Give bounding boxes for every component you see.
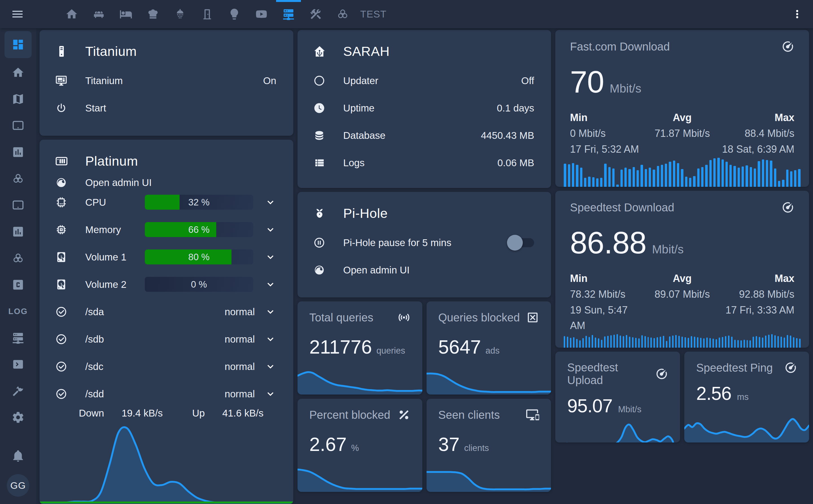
card-speedtest-upload: Speedtest Upload 95.07 Mbit/s <box>555 352 680 442</box>
avatar[interactable]: GG <box>7 474 29 497</box>
tab-media[interactable] <box>248 0 275 28</box>
sidebar-item-c-module[interactable] <box>5 271 32 298</box>
min-value: 78.32 Mbit/s <box>570 286 645 302</box>
max-value: 92.88 Mbit/s <box>720 286 794 302</box>
disk-row-sdd: /sddnormal <box>40 380 293 407</box>
topbar: TEST <box>0 0 813 28</box>
tab-kitchen[interactable] <box>139 0 166 28</box>
avg-label: Avg <box>645 110 720 126</box>
speed-title: Fast.com Download <box>570 40 670 53</box>
chevron-down-icon[interactable] <box>264 361 276 372</box>
gauge-icon <box>781 40 794 53</box>
cpu-icon <box>55 196 68 208</box>
max-label: Max <box>720 271 794 286</box>
min-date: 17 Fri, 5:32 AM <box>570 141 645 157</box>
chevron-down-icon[interactable] <box>264 196 276 208</box>
chevron-down-icon[interactable] <box>264 279 276 290</box>
chevron-down-icon[interactable] <box>264 306 276 318</box>
entity-row-titanium[interactable]: TitaniumOn <box>40 67 293 94</box>
card-titanium: Titanium TitaniumOnStart <box>40 30 293 136</box>
card-seen-clients: Seen clients 37 clients <box>427 399 551 492</box>
card-speedtest-download: Speedtest Download 86.88 Mbit/s Min 78.3… <box>555 191 809 348</box>
pihole-open-admin-ui[interactable]: Open admin UI <box>297 256 551 284</box>
min-avg-max: Min 0 Mbit/s 17 Fri, 5:32 AM Avg 71.87 M… <box>570 110 794 157</box>
up-value: 41.6 kB/s <box>222 407 264 419</box>
sidebar-item-tools[interactable] <box>5 378 32 404</box>
check-circle-icon <box>55 361 68 372</box>
memory-icon <box>55 224 68 236</box>
view-list-icon <box>313 157 326 169</box>
firefox-icon <box>313 264 326 276</box>
pihole-pause-toggle[interactable] <box>509 238 534 247</box>
sidebar-item-stats-1[interactable] <box>5 139 32 165</box>
card-title-titanium: Titanium <box>85 43 137 59</box>
chevron-down-icon[interactable] <box>264 333 276 345</box>
database-icon <box>313 130 326 141</box>
speed-unit: Mbit/s <box>610 82 641 95</box>
card-queries-blocked: Queries blocked 5647 ads <box>427 301 551 395</box>
percent-icon <box>397 408 411 421</box>
stat-title: Seen clients <box>439 409 500 421</box>
tab-hallway[interactable] <box>194 0 221 28</box>
tab-bedroom[interactable] <box>112 0 139 28</box>
tab-home[interactable] <box>58 0 85 28</box>
sidebar-item-settings[interactable] <box>5 404 32 431</box>
entity-row-start[interactable]: Start <box>40 94 293 122</box>
tab-living-room[interactable] <box>85 0 112 28</box>
card-title-pihole: Pi-Hole <box>343 205 388 221</box>
notifications-bell-icon[interactable] <box>5 442 32 469</box>
tab-tools[interactable] <box>302 0 329 28</box>
stat-value: 37 <box>439 433 460 455</box>
sidebar-item-dashboard[interactable] <box>5 31 32 58</box>
speed-unit: ms <box>737 392 749 402</box>
min-date: 19 Sun, 5:47 AM <box>570 302 645 334</box>
gauge-row-cpu: CPU32 % <box>40 189 293 216</box>
sidebar-item-stats-2[interactable] <box>5 218 32 245</box>
home-assistant-icon <box>313 45 326 58</box>
pause-circle-icon <box>313 237 326 249</box>
min-value: 0 Mbit/s <box>570 126 645 141</box>
close-box-icon <box>526 311 539 324</box>
platinum-open-admin-ui[interactable]: Open admin UI <box>40 177 293 189</box>
sidebar-item-map[interactable] <box>5 86 32 112</box>
sidebar-item-network[interactable] <box>5 325 32 351</box>
card-pihole-header: Pi-Hole <box>297 203 551 229</box>
column-middle: SARAH UpdaterOffUptime0.1 daysDatabase44… <box>297 30 551 504</box>
sidebar-item-tablet-1[interactable] <box>5 112 32 139</box>
tab-quarantine[interactable] <box>329 0 356 28</box>
platinum-network-row: Down 19.4 kB/s Up 41.6 kB/s <box>40 407 293 419</box>
entity-row-updater[interactable]: UpdaterOff <box>297 67 551 94</box>
entity-row-database[interactable]: Database4450.43 MB <box>297 122 551 149</box>
tab-test[interactable]: TEST <box>356 0 390 28</box>
tab-lights[interactable] <box>221 0 248 28</box>
chevron-down-icon[interactable] <box>264 251 276 263</box>
sidebar-item-quarantine-1[interactable] <box>5 165 32 192</box>
menu-icon[interactable] <box>11 7 24 21</box>
sidebar-item-log[interactable]: LOG <box>5 298 32 325</box>
entity-row-uptime[interactable]: Uptime0.1 days <box>297 94 551 122</box>
server-tower-icon <box>55 45 68 58</box>
stat-unit: % <box>351 443 359 453</box>
stat-value: 5647 <box>439 336 481 358</box>
avg-label: Avg <box>645 271 720 286</box>
open-admin-ui-label: Open admin UI <box>85 177 152 188</box>
entity-row-logs[interactable]: Logs0.06 MB <box>297 149 551 176</box>
kebab-menu-icon[interactable] <box>791 8 803 20</box>
speed-value: 86.88 <box>570 225 646 260</box>
sidebar-item-terminal[interactable] <box>5 351 32 378</box>
pihole-pause-row: Pi-Hole pause for 5 mins <box>297 229 551 256</box>
tab-bathroom[interactable] <box>166 0 194 28</box>
tab-network[interactable] <box>275 0 302 28</box>
card-fastcom-download: Fast.com Download 70 Mbit/s Min 0 Mbit/s… <box>555 30 809 187</box>
column-left: Titanium TitaniumOnStart Platinum Open a… <box>40 30 293 504</box>
sidebar-item-home[interactable] <box>5 59 32 86</box>
nav-tabs: TEST <box>58 0 390 28</box>
sidebar-item-tablet-2[interactable] <box>5 192 32 218</box>
chevron-down-icon[interactable] <box>264 388 276 400</box>
card-total-queries: Total queries 211776 queries <box>297 301 422 395</box>
chevron-down-icon[interactable] <box>264 224 276 236</box>
pihole-pause-label: Pi-Hole pause for 5 mins <box>343 237 452 248</box>
speed-value: 95.07 <box>567 395 612 417</box>
sidebar-item-quarantine-2[interactable] <box>5 245 32 271</box>
stat-title: Total queries <box>309 311 373 324</box>
